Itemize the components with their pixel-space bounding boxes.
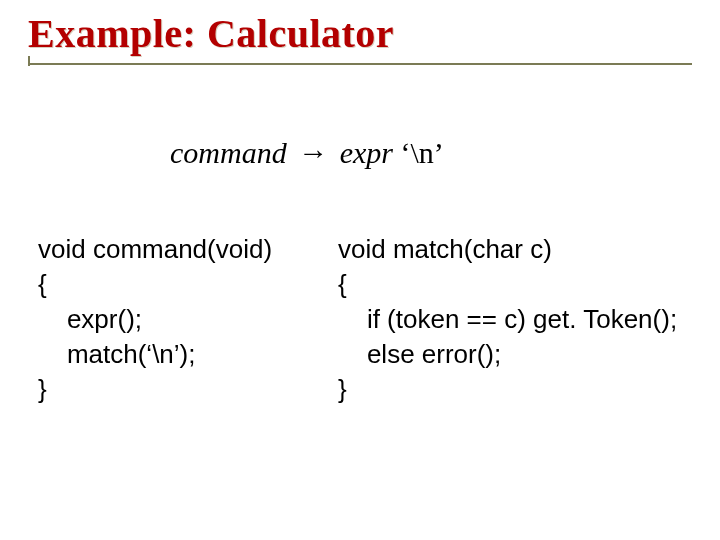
- code-block-right: void match(char c) { if (token == c) get…: [338, 232, 708, 407]
- grammar-rhs-ident: expr: [340, 136, 393, 169]
- grammar-rhs-literal: ‘\n’: [393, 136, 444, 169]
- slide-title: Example: Calculator: [28, 10, 692, 63]
- slide: Example: Calculator command → expr ‘\n’ …: [0, 0, 720, 540]
- title-block: Example: Calculator: [28, 10, 692, 65]
- title-underline: [28, 63, 692, 65]
- grammar-rule: command → expr ‘\n’: [170, 136, 444, 170]
- arrow-icon: →: [294, 136, 332, 169]
- grammar-lhs: command: [170, 136, 287, 169]
- title-tick: [28, 56, 30, 66]
- title-underline-wrap: [28, 63, 692, 65]
- code-block-left: void command(void) { expr(); match(‘\n’)…: [38, 232, 338, 407]
